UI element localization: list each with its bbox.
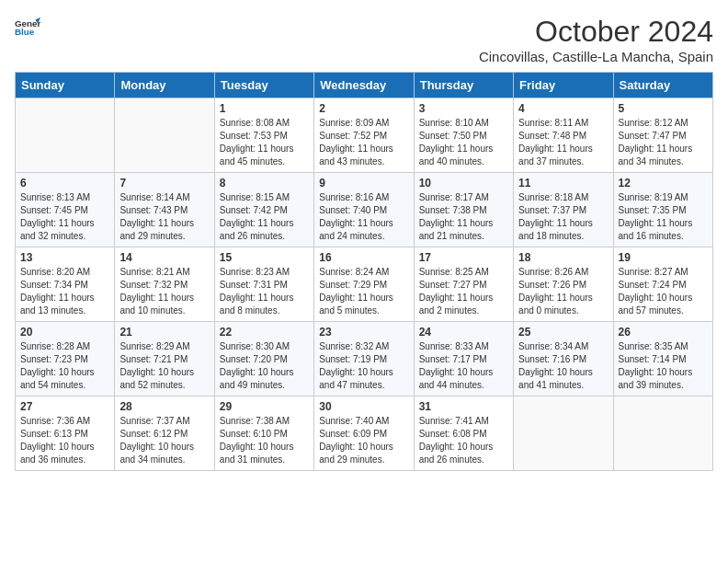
day-info: Sunrise: 8:23 AM Sunset: 7:31 PM Dayligh… — [220, 266, 309, 317]
calendar-cell: 13Sunrise: 8:20 AM Sunset: 7:34 PM Dayli… — [16, 247, 115, 322]
calendar-cell: 31Sunrise: 7:41 AM Sunset: 6:08 PM Dayli… — [414, 396, 513, 471]
day-info: Sunrise: 7:38 AM Sunset: 6:10 PM Dayligh… — [220, 415, 309, 466]
day-info: Sunrise: 7:41 AM Sunset: 6:08 PM Dayligh… — [419, 415, 508, 466]
logo-icon: General Blue — [15, 15, 40, 40]
day-number: 5 — [619, 102, 708, 115]
day-number: 31 — [419, 400, 508, 413]
calendar-cell: 20Sunrise: 8:28 AM Sunset: 7:23 PM Dayli… — [16, 322, 115, 396]
day-number: 26 — [619, 326, 708, 339]
day-info: Sunrise: 8:09 AM Sunset: 7:52 PM Dayligh… — [319, 117, 408, 168]
day-info: Sunrise: 8:26 AM Sunset: 7:26 PM Dayligh… — [518, 266, 608, 317]
calendar-cell: 25Sunrise: 8:34 AM Sunset: 7:16 PM Dayli… — [514, 322, 613, 396]
calendar-cell: 7Sunrise: 8:14 AM Sunset: 7:43 PM Daylig… — [115, 173, 214, 247]
day-number: 9 — [319, 177, 408, 190]
calendar-cell: 24Sunrise: 8:33 AM Sunset: 7:17 PM Dayli… — [414, 322, 513, 396]
day-number: 21 — [119, 326, 209, 339]
weekday-header-saturday: Saturday — [613, 73, 712, 98]
calendar-cell: 4Sunrise: 8:11 AM Sunset: 7:48 PM Daylig… — [514, 98, 613, 173]
weekday-header-thursday: Thursday — [414, 73, 513, 98]
day-info: Sunrise: 8:08 AM Sunset: 7:53 PM Dayligh… — [220, 117, 309, 168]
week-row-5: 27Sunrise: 7:36 AM Sunset: 6:13 PM Dayli… — [16, 396, 713, 471]
calendar-cell: 8Sunrise: 8:15 AM Sunset: 7:42 PM Daylig… — [214, 173, 313, 247]
calendar-cell: 2Sunrise: 8:09 AM Sunset: 7:52 PM Daylig… — [314, 98, 414, 173]
day-info: Sunrise: 8:24 AM Sunset: 7:29 PM Dayligh… — [319, 266, 408, 317]
month-title: October 2024 — [479, 15, 713, 49]
day-number: 3 — [419, 102, 508, 115]
calendar-cell: 14Sunrise: 8:21 AM Sunset: 7:32 PM Dayli… — [115, 247, 214, 322]
calendar-cell: 3Sunrise: 8:10 AM Sunset: 7:50 PM Daylig… — [414, 98, 513, 173]
day-number: 7 — [119, 177, 209, 190]
day-number: 11 — [518, 177, 608, 190]
day-number: 16 — [319, 251, 408, 264]
calendar-cell: 6Sunrise: 8:13 AM Sunset: 7:45 PM Daylig… — [16, 173, 115, 247]
calendar-cell — [115, 98, 214, 173]
calendar-cell: 26Sunrise: 8:35 AM Sunset: 7:14 PM Dayli… — [613, 322, 712, 396]
calendar-cell: 10Sunrise: 8:17 AM Sunset: 7:38 PM Dayli… — [414, 173, 513, 247]
day-info: Sunrise: 8:16 AM Sunset: 7:40 PM Dayligh… — [319, 191, 408, 243]
day-info: Sunrise: 8:17 AM Sunset: 7:38 PM Dayligh… — [419, 191, 508, 243]
calendar-cell: 19Sunrise: 8:27 AM Sunset: 7:24 PM Dayli… — [613, 247, 712, 322]
week-row-4: 20Sunrise: 8:28 AM Sunset: 7:23 PM Dayli… — [16, 322, 713, 396]
day-info: Sunrise: 8:33 AM Sunset: 7:17 PM Dayligh… — [419, 340, 508, 392]
weekday-header-row: SundayMondayTuesdayWednesdayThursdayFrid… — [16, 73, 713, 98]
day-info: Sunrise: 7:37 AM Sunset: 6:12 PM Dayligh… — [119, 415, 209, 466]
calendar-cell: 5Sunrise: 8:12 AM Sunset: 7:47 PM Daylig… — [613, 98, 712, 173]
day-number: 24 — [419, 326, 508, 339]
day-info: Sunrise: 8:18 AM Sunset: 7:37 PM Dayligh… — [518, 191, 608, 243]
day-info: Sunrise: 8:30 AM Sunset: 7:20 PM Dayligh… — [220, 340, 309, 392]
calendar-cell: 23Sunrise: 8:32 AM Sunset: 7:19 PM Dayli… — [314, 322, 414, 396]
calendar-cell: 9Sunrise: 8:16 AM Sunset: 7:40 PM Daylig… — [314, 173, 414, 247]
week-row-2: 6Sunrise: 8:13 AM Sunset: 7:45 PM Daylig… — [16, 173, 713, 247]
day-info: Sunrise: 8:14 AM Sunset: 7:43 PM Dayligh… — [119, 191, 209, 243]
calendar-cell: 27Sunrise: 7:36 AM Sunset: 6:13 PM Dayli… — [16, 396, 115, 471]
day-info: Sunrise: 8:12 AM Sunset: 7:47 PM Dayligh… — [619, 117, 708, 168]
calendar-cell: 17Sunrise: 8:25 AM Sunset: 7:27 PM Dayli… — [414, 247, 513, 322]
calendar-cell: 22Sunrise: 8:30 AM Sunset: 7:20 PM Dayli… — [214, 322, 313, 396]
day-number: 13 — [20, 251, 109, 264]
day-info: Sunrise: 8:15 AM Sunset: 7:42 PM Dayligh… — [220, 191, 309, 243]
day-info: Sunrise: 8:21 AM Sunset: 7:32 PM Dayligh… — [119, 266, 209, 317]
day-number: 12 — [619, 177, 708, 190]
day-number: 29 — [220, 400, 309, 413]
weekday-header-monday: Monday — [115, 73, 214, 98]
day-info: Sunrise: 8:13 AM Sunset: 7:45 PM Dayligh… — [20, 191, 109, 243]
weekday-header-wednesday: Wednesday — [314, 73, 414, 98]
day-number: 27 — [20, 400, 109, 413]
day-info: Sunrise: 8:32 AM Sunset: 7:19 PM Dayligh… — [319, 340, 408, 392]
calendar-cell: 21Sunrise: 8:29 AM Sunset: 7:21 PM Dayli… — [115, 322, 214, 396]
weekday-header-sunday: Sunday — [16, 73, 115, 98]
day-number: 25 — [518, 326, 608, 339]
calendar-cell: 28Sunrise: 7:37 AM Sunset: 6:12 PM Dayli… — [115, 396, 214, 471]
day-info: Sunrise: 8:28 AM Sunset: 7:23 PM Dayligh… — [20, 340, 109, 392]
svg-text:Blue: Blue — [15, 27, 35, 37]
calendar-table: SundayMondayTuesdayWednesdayThursdayFrid… — [15, 72, 713, 471]
day-number: 19 — [619, 251, 708, 264]
calendar-cell: 1Sunrise: 8:08 AM Sunset: 7:53 PM Daylig… — [214, 98, 313, 173]
day-number: 14 — [119, 251, 209, 264]
day-number: 22 — [220, 326, 309, 339]
day-number: 23 — [319, 326, 408, 339]
week-row-1: 1Sunrise: 8:08 AM Sunset: 7:53 PM Daylig… — [16, 98, 713, 173]
calendar-cell: 15Sunrise: 8:23 AM Sunset: 7:31 PM Dayli… — [214, 247, 313, 322]
day-info: Sunrise: 8:34 AM Sunset: 7:16 PM Dayligh… — [518, 340, 608, 392]
week-row-3: 13Sunrise: 8:20 AM Sunset: 7:34 PM Dayli… — [16, 247, 713, 322]
title-block: October 2024 Cincovillas, Castille-La Ma… — [479, 15, 713, 64]
day-number: 17 — [419, 251, 508, 264]
day-info: Sunrise: 7:36 AM Sunset: 6:13 PM Dayligh… — [20, 415, 109, 466]
calendar-cell: 12Sunrise: 8:19 AM Sunset: 7:35 PM Dayli… — [613, 173, 712, 247]
weekday-header-tuesday: Tuesday — [214, 73, 313, 98]
day-info: Sunrise: 8:35 AM Sunset: 7:14 PM Dayligh… — [619, 340, 708, 392]
calendar-cell: 11Sunrise: 8:18 AM Sunset: 7:37 PM Dayli… — [514, 173, 613, 247]
calendar-cell: 18Sunrise: 8:26 AM Sunset: 7:26 PM Dayli… — [514, 247, 613, 322]
day-info: Sunrise: 7:40 AM Sunset: 6:09 PM Dayligh… — [319, 415, 408, 466]
day-number: 4 — [518, 102, 608, 115]
calendar-cell: 30Sunrise: 7:40 AM Sunset: 6:09 PM Dayli… — [314, 396, 414, 471]
day-info: Sunrise: 8:19 AM Sunset: 7:35 PM Dayligh… — [619, 191, 708, 243]
day-number: 8 — [220, 177, 309, 190]
day-info: Sunrise: 8:20 AM Sunset: 7:34 PM Dayligh… — [20, 266, 109, 317]
calendar-cell: 16Sunrise: 8:24 AM Sunset: 7:29 PM Dayli… — [314, 247, 414, 322]
weekday-header-friday: Friday — [514, 73, 613, 98]
day-number: 2 — [319, 102, 408, 115]
page-header: General Blue October 2024 Cincovillas, C… — [15, 15, 713, 64]
day-info: Sunrise: 8:25 AM Sunset: 7:27 PM Dayligh… — [419, 266, 508, 317]
